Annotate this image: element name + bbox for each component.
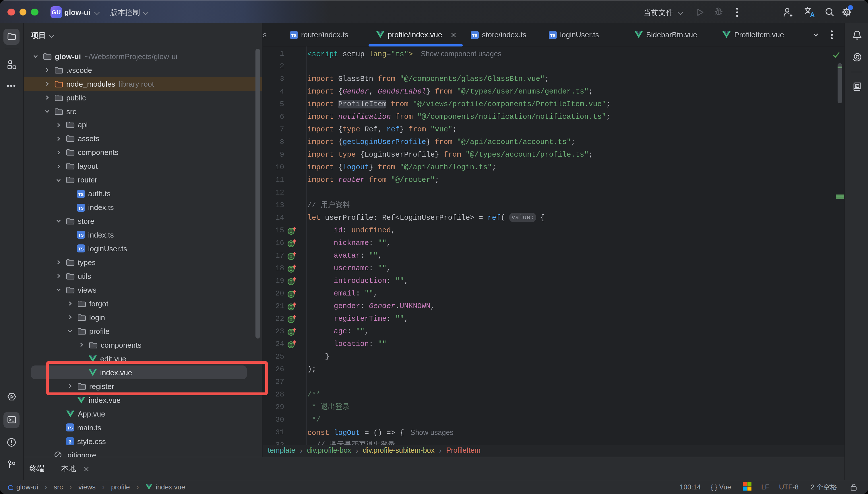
svg-text:A: A	[810, 11, 815, 18]
svg-text:TS: TS	[78, 246, 83, 251]
svg-text:A: A	[856, 84, 858, 88]
svg-text:TS: TS	[472, 33, 477, 38]
svg-text:TS: TS	[78, 205, 83, 210]
svg-text:TS: TS	[67, 425, 72, 430]
svg-text:TS: TS	[291, 33, 296, 38]
svg-text:TS: TS	[550, 33, 555, 38]
svg-text:TS: TS	[78, 233, 83, 238]
svg-text:3: 3	[68, 439, 71, 445]
svg-text:TS: TS	[78, 192, 83, 196]
